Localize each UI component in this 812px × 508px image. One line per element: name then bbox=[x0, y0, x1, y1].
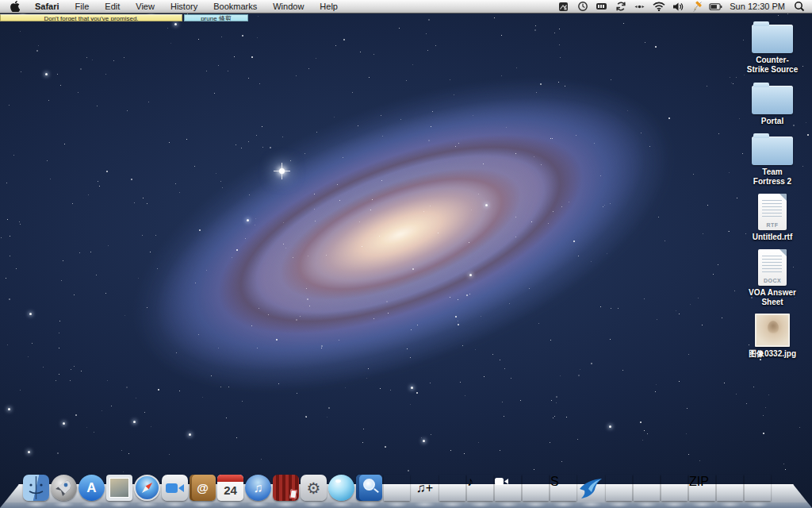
universal-access-icon[interactable] bbox=[633, 0, 646, 13]
portal-folder[interactable]: Portal bbox=[734, 82, 810, 126]
starfield bbox=[0, 0, 812, 508]
facetime-camera-icon bbox=[162, 475, 188, 501]
music-note-plus-icon: ♫ + bbox=[412, 475, 438, 501]
folder-icon bbox=[752, 86, 793, 114]
counter-strike-source-folder[interactable]: Counter- Strike Source bbox=[734, 21, 810, 75]
menu-file[interactable]: File bbox=[67, 0, 98, 13]
mail-stamp-icon bbox=[106, 475, 132, 501]
time-machine-clock-icon[interactable] bbox=[576, 0, 589, 13]
dock-zip-archive[interactable]: ZIP bbox=[688, 469, 716, 501]
menu-window[interactable]: Window bbox=[265, 0, 312, 13]
apple-logo-icon bbox=[10, 1, 20, 12]
launchpad-rocket-icon bbox=[51, 475, 77, 501]
folder-icon bbox=[752, 137, 793, 165]
dock-minimized-window[interactable] bbox=[716, 469, 744, 501]
sticky-note-prune[interactable]: prune 修剪 bbox=[184, 14, 248, 21]
dock-green-orbs-app[interactable] bbox=[605, 469, 633, 501]
firefox-icon bbox=[384, 475, 410, 501]
dock-chrome[interactable] bbox=[439, 469, 466, 501]
volume-icon[interactable] bbox=[671, 0, 684, 13]
icon-label: Team Fortress 2 bbox=[753, 167, 791, 187]
handwriting-pen-icon[interactable] bbox=[690, 0, 703, 13]
finder-icon bbox=[23, 475, 49, 501]
dock-facetime[interactable] bbox=[161, 469, 189, 501]
wifi-icon[interactable] bbox=[652, 0, 665, 13]
voa-answer-sheet-file[interactable]: DOCX VOA Answer Sheet bbox=[734, 249, 810, 307]
apple-menu[interactable] bbox=[10, 1, 27, 12]
blue-bird-icon bbox=[578, 475, 604, 501]
dock: A @ 24 ♫ ⚙ bbox=[22, 469, 772, 501]
dock-ichat[interactable] bbox=[494, 469, 522, 501]
minimized-window-icon bbox=[717, 475, 743, 501]
dictionary-book-icon bbox=[356, 475, 382, 501]
dock-mail[interactable] bbox=[105, 469, 133, 501]
folder-icon bbox=[752, 25, 793, 53]
dock-address-book[interactable]: @ bbox=[189, 469, 216, 501]
ical-calendar-icon: 24 bbox=[217, 475, 243, 501]
docx-document-icon: DOCX bbox=[758, 249, 787, 286]
dock-safari[interactable] bbox=[133, 469, 161, 501]
desktop-icons-column: Counter- Strike Source Portal Team Fortr… bbox=[734, 21, 810, 366]
image-thumbnail-icon bbox=[755, 314, 790, 347]
spotlight-search-icon[interactable] bbox=[792, 0, 806, 13]
skype-icon: S bbox=[550, 475, 576, 501]
chrome-icon bbox=[439, 475, 465, 501]
dock-music-plus-app[interactable]: ♫ + bbox=[411, 469, 439, 501]
folder-stack-icon bbox=[661, 475, 688, 501]
dock-skype[interactable]: S bbox=[550, 469, 577, 501]
blue-mascot-icon bbox=[328, 475, 354, 501]
sync-icon[interactable] bbox=[614, 0, 627, 13]
active-app-menu[interactable]: Safari bbox=[27, 2, 67, 11]
photo-booth-curtain-icon bbox=[273, 475, 299, 501]
zip-archive-icon: ZIP bbox=[689, 475, 715, 501]
icon-label: Untitled.rtf bbox=[753, 233, 793, 242]
dock-firefox[interactable] bbox=[383, 469, 411, 501]
itunes-icon: ♫ bbox=[245, 475, 271, 501]
rtf-document-icon: RTF bbox=[758, 194, 787, 230]
bright-star bbox=[279, 168, 285, 174]
dock-go-board-app[interactable] bbox=[633, 469, 661, 501]
menu-help[interactable]: Help bbox=[312, 0, 346, 13]
team-fortress-2-folder[interactable]: Team Fortress 2 bbox=[734, 133, 810, 187]
dock-red-music-app[interactable]: ♪ bbox=[466, 469, 494, 501]
safari-compass-icon bbox=[134, 475, 160, 501]
sticky-note-reminder[interactable]: Don't forget that you've promised. bbox=[0, 14, 182, 21]
dock-blue-mascot-app[interactable] bbox=[327, 469, 355, 501]
icon-label: Counter- Strike Source bbox=[747, 56, 798, 75]
menu-view[interactable]: View bbox=[128, 0, 163, 13]
menu-bookmarks[interactable]: Bookmarks bbox=[205, 0, 265, 13]
battery-meter-icon[interactable] bbox=[595, 0, 608, 13]
dock-stickies[interactable] bbox=[522, 469, 550, 501]
dock-finder[interactable] bbox=[22, 469, 50, 501]
icon-label: 图像0332.jpg bbox=[749, 349, 796, 359]
dock-itunes[interactable]: ♫ bbox=[244, 469, 272, 501]
stickies-notes-icon bbox=[523, 475, 549, 501]
untitled-rtf-file[interactable]: RTF Untitled.rtf bbox=[734, 194, 810, 242]
red-music-note-icon: ♪ bbox=[467, 475, 493, 501]
dock-thunder-bird-app[interactable] bbox=[577, 469, 605, 501]
dock-app-store[interactable]: A bbox=[78, 469, 105, 501]
address-book-icon: @ bbox=[190, 475, 216, 501]
battery-icon[interactable] bbox=[709, 0, 722, 13]
menu-bar: Safari File Edit View History Bookmarks … bbox=[0, 0, 812, 13]
dock-documents-folder[interactable] bbox=[661, 469, 688, 501]
trash-icon bbox=[745, 475, 771, 501]
app-store-icon: A bbox=[79, 475, 105, 501]
menu-bar-clock[interactable]: Sun 12:30 PM bbox=[728, 2, 787, 11]
icon-label: Portal bbox=[761, 117, 783, 126]
dock-ical[interactable]: 24 bbox=[216, 469, 244, 501]
dock-photo-booth[interactable] bbox=[272, 469, 300, 501]
ichat-bubble-icon bbox=[495, 475, 521, 501]
dock-trash[interactable] bbox=[744, 469, 772, 501]
input-method-icon[interactable] bbox=[557, 0, 570, 13]
image-0332-jpg-file[interactable]: 图像0332.jpg bbox=[734, 314, 810, 359]
plus-badge: + bbox=[426, 481, 433, 495]
desktop: Safari File Edit View History Bookmarks … bbox=[0, 0, 812, 508]
icon-label: VOA Answer Sheet bbox=[749, 288, 796, 307]
menu-history[interactable]: History bbox=[163, 0, 205, 13]
dock-dictionary-app[interactable] bbox=[355, 469, 383, 501]
dock-launchpad[interactable] bbox=[50, 469, 78, 501]
menu-edit[interactable]: Edit bbox=[97, 0, 128, 13]
system-preferences-gear-icon: ⚙ bbox=[301, 475, 327, 501]
dock-system-preferences[interactable]: ⚙ bbox=[300, 469, 327, 501]
